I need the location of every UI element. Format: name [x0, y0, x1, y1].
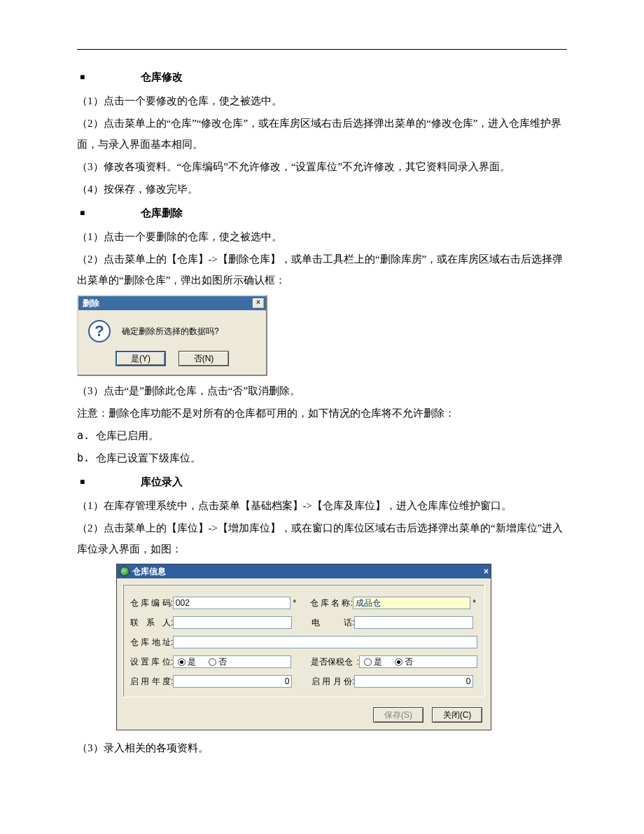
- warehouse-name-input[interactable]: [353, 597, 471, 609]
- address-input[interactable]: [173, 636, 477, 648]
- section-title: 仓库修改: [141, 67, 183, 88]
- dialog-message: 确定删除所选择的数据吗?: [122, 323, 219, 340]
- yes-button[interactable]: 是(Y): [115, 351, 166, 366]
- section-header-delete: ■ 仓库删除: [77, 202, 567, 223]
- label-month: 启用月份: [312, 673, 352, 690]
- body-text: （1）点击一个要修改的仓库，使之被选中。: [77, 90, 567, 111]
- radio-icon: [364, 658, 372, 666]
- start-month-input[interactable]: [354, 675, 473, 688]
- save-button[interactable]: 保存(S): [373, 707, 424, 723]
- top-rule: [77, 49, 567, 50]
- form-panel: 仓库编码 : * 仓库名称 : * 联 系 人 : * 电 话 : 仓库地址 :: [122, 584, 485, 697]
- body-text: （2）点击菜单上的【仓库】->【删除仓库】，或单击工具栏上的“删除库房”，或在库…: [77, 249, 567, 291]
- section-header-locinput: ■ 库位录入: [77, 471, 567, 492]
- body-text: （3）录入相关的各项资料。: [77, 737, 567, 758]
- body-text: （2）点击菜单上的【库位】->【增加库位】，或在窗口的库位区域右击后选择弹出菜单…: [77, 517, 567, 560]
- body-text: （3）修改各项资料。“仓库编码”不允许修改，“设置库位”不允许修改，其它资料同录…: [77, 156, 567, 177]
- close-button[interactable]: ×: [253, 298, 264, 308]
- dialog-titlebar: 仓库信息 ×: [117, 564, 491, 578]
- body-text: （2）点击菜单上的“仓库”“修改仓库”，或在库房区域右击后选择弹出菜单的“修改仓…: [77, 113, 567, 155]
- bullet-icon: ■: [80, 204, 85, 221]
- required-star: *: [293, 595, 296, 611]
- dialog-title: 仓库信息: [132, 563, 166, 580]
- body-text: b. 仓库已设置下级库位。: [77, 447, 567, 468]
- label-setloc: 设置库位: [130, 653, 171, 670]
- label-contact: 联 系 人: [130, 614, 171, 631]
- start-year-input[interactable]: [173, 675, 292, 688]
- section-title: 库位录入: [141, 471, 183, 492]
- no-button[interactable]: 否(N): [178, 351, 229, 366]
- label-code: 仓库编码: [130, 595, 171, 611]
- radio-icon: [178, 658, 186, 666]
- body-text: （1）点击一个要删除的仓库，使之被选中。: [77, 226, 567, 247]
- setloc-radio-group[interactable]: 是 否: [173, 655, 291, 668]
- section-header-modify: ■ 仓库修改: [77, 67, 567, 88]
- close-dialog-button[interactable]: 关闭(C): [432, 707, 482, 723]
- section-title: 仓库删除: [141, 202, 183, 223]
- bonded-radio-group[interactable]: 是 否: [359, 655, 477, 668]
- body-text: a. 仓库已启用。: [77, 425, 567, 446]
- label-name: 仓库名称: [310, 595, 351, 611]
- close-button[interactable]: ×: [484, 563, 489, 580]
- body-text: （4）按保存，修改完毕。: [77, 179, 567, 200]
- dialog-titlebar: 删除 ×: [78, 296, 266, 310]
- warehouse-info-dialog: 仓库信息 × 仓库编码 : * 仓库名称 : * 联 系 人 : * 电 话 :…: [116, 564, 491, 730]
- contact-input[interactable]: [173, 616, 292, 629]
- bullet-icon: ■: [80, 473, 85, 490]
- bullet-icon: ■: [80, 69, 85, 85]
- label-address: 仓库地址: [130, 634, 171, 651]
- radio-icon: [395, 658, 402, 666]
- confirm-delete-dialog: 删除 × ? 确定删除所选择的数据吗? 是(Y) 否(N): [77, 295, 267, 376]
- label-bonded: 是否保税仓: [311, 653, 357, 670]
- label-phone: 电 话: [312, 614, 352, 631]
- body-text: （3）点击“是”删除此仓库，点击“否”取消删除。: [77, 380, 567, 401]
- radio-icon: [209, 658, 216, 666]
- app-icon: [120, 567, 130, 576]
- body-text: 注意：删除仓库功能不是对所有的仓库都可用的，如下情况的仓库将不允许删除：: [77, 403, 567, 424]
- label-year: 启用年度: [130, 673, 171, 690]
- question-icon: ?: [88, 320, 111, 342]
- warehouse-code-input[interactable]: [173, 597, 291, 609]
- required-star: *: [472, 595, 476, 611]
- dialog-title: 删除: [83, 295, 99, 312]
- phone-input[interactable]: [354, 616, 473, 629]
- body-text: （1）在库存管理系统中，点击菜单【基础档案】->【仓库及库位】，进入仓库库位维护…: [77, 495, 567, 516]
